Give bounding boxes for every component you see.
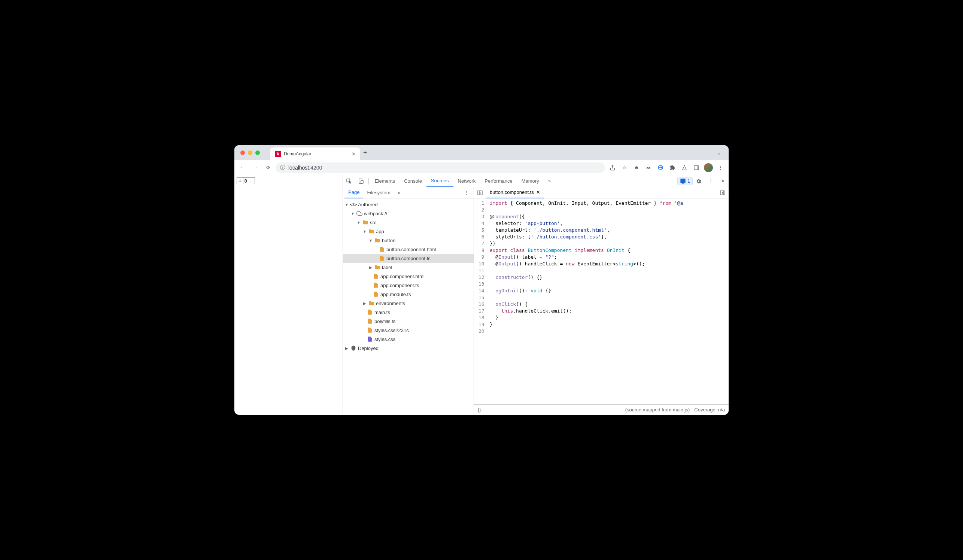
line-gutter: 1 2 3 4 5 6 7 8 9 10 11 12 13 14 15 16 1… (474, 198, 487, 404)
tree-file-styles-q[interactable]: styles.css?231c (343, 326, 473, 335)
window-close-button[interactable] (240, 151, 245, 155)
extension-globe-icon[interactable] (655, 162, 666, 173)
toolbar-icons: ☆ ☻ ⋮ (607, 162, 726, 173)
tree-label: app.component.html (380, 274, 425, 279)
url-input[interactable]: ⓘ localhost:4200 (276, 162, 605, 173)
subtab-filesystem[interactable]: Filesystem (363, 187, 394, 198)
tree-file-button-ts[interactable]: button.component.ts (343, 254, 473, 263)
devtools-panel: Elements Console Sources Network Perform… (343, 175, 729, 415)
tree-app[interactable]: ▼ app (343, 227, 473, 236)
editor-tab-button-ts[interactable]: button.component.ts ✕ (486, 187, 544, 198)
device-toolbar-icon[interactable] (355, 175, 367, 187)
editor-tab-close[interactable]: ✕ (536, 189, 540, 195)
source-map-link[interactable]: main.js (673, 407, 688, 413)
new-tab-button[interactable]: + (363, 149, 367, 157)
toggle-debugger-icon[interactable] (717, 187, 729, 199)
tab-elements[interactable]: Elements (370, 175, 399, 187)
devtools-menu-button[interactable]: ⋮ (705, 175, 717, 187)
code-icon: </> (350, 201, 357, 207)
tree-file-app-module[interactable]: app.module.ts (343, 290, 473, 299)
counter-value: 0 (243, 178, 248, 184)
tree-label: button (382, 238, 396, 243)
tab-sources[interactable]: Sources (426, 175, 454, 187)
tab-network[interactable]: Network (454, 175, 480, 187)
folder-icon (368, 228, 374, 234)
tabs-dropdown-button[interactable]: ⌄ (713, 150, 726, 156)
devtools-tab-bar: Elements Console Sources Network Perform… (343, 175, 729, 187)
reload-button[interactable]: ⟳ (263, 162, 273, 173)
tab-console[interactable]: Console (399, 175, 426, 187)
file-icon (367, 318, 373, 324)
subtab-page[interactable]: Page (344, 187, 363, 198)
browser-window: DemoAngular ✕ + ⌄ ← → ⟳ ⓘ localhost:4200… (234, 145, 729, 415)
back-button[interactable]: ← (237, 162, 248, 173)
tab-performance[interactable]: Performance (480, 175, 517, 187)
chevron-right-icon: ▶ (344, 346, 349, 350)
window-minimize-button[interactable] (248, 151, 252, 155)
chevron-right-icon: ▶ (362, 301, 367, 306)
extensions-icon[interactable] (667, 162, 678, 173)
devtools-close-button[interactable]: ✕ (717, 175, 729, 187)
tree-file-polyfills[interactable]: polyfills.ts (343, 317, 473, 326)
browser-menu-button[interactable]: ⋮ (715, 162, 726, 173)
tree-environments[interactable]: ▶ environments (343, 299, 473, 308)
code-editor[interactable]: 1 2 3 4 5 6 7 8 9 10 11 12 13 14 15 16 1… (474, 198, 729, 404)
folder-icon (362, 219, 368, 225)
tree-file-button-html[interactable]: button.component.html (343, 245, 473, 254)
angular-favicon (275, 151, 281, 157)
labs-icon[interactable] (679, 162, 690, 173)
share-icon[interactable] (607, 162, 618, 173)
side-panel-icon[interactable] (691, 162, 702, 173)
tab-close-button[interactable]: ✕ (352, 151, 356, 157)
folder-icon (374, 264, 380, 270)
inspect-element-icon[interactable] (343, 175, 355, 187)
chevron-right-icon: ▶ (368, 265, 373, 270)
tree-file-app-html[interactable]: app.component.html (343, 272, 473, 281)
tree-authored[interactable]: ▼ </> Authored (343, 200, 473, 209)
issues-badge[interactable]: 1 (677, 177, 693, 185)
format-button[interactable]: {} (478, 407, 481, 413)
coverage-info: Coverage: n/a (694, 407, 725, 413)
svg-point-0 (647, 167, 648, 169)
extension-incognito-icon[interactable] (643, 162, 654, 173)
chevron-down-icon: ▼ (362, 230, 367, 233)
bookmark-icon[interactable]: ☆ (619, 162, 630, 173)
profile-avatar[interactable] (703, 162, 713, 173)
tree-label: Deployed (358, 345, 379, 351)
file-icon (373, 273, 379, 279)
extension-skull-icon[interactable]: ☻ (631, 162, 642, 173)
subtabs-overflow[interactable]: » (394, 187, 404, 198)
counter-minus-button[interactable]: - (248, 178, 254, 184)
toggle-navigator-icon[interactable] (474, 187, 486, 199)
chevron-down-icon: ▼ (368, 238, 373, 243)
editor-panel: button.component.ts ✕ 1 2 3 4 5 6 7 8 9 … (474, 187, 729, 415)
tree-label: app (376, 229, 384, 234)
url-port: :4200 (309, 165, 322, 171)
tree-file-main[interactable]: main.ts (343, 308, 473, 317)
svg-point-1 (649, 167, 650, 169)
address-bar: ← → ⟳ ⓘ localhost:4200 ☆ ☻ (234, 160, 729, 175)
tabs-overflow-button[interactable]: » (544, 175, 555, 187)
info-icon: ⓘ (280, 164, 285, 171)
tree-deployed[interactable]: ▶ Deployed (343, 344, 473, 353)
sources-navigator: Page Filesystem » ⋮ ▼ </> Authored (343, 187, 474, 415)
tree-button-folder[interactable]: ▼ button (343, 236, 473, 245)
settings-icon[interactable] (693, 175, 705, 187)
tree-file-app-ts[interactable]: app.component.ts (343, 281, 473, 290)
counter-plus-button[interactable]: + (237, 178, 243, 184)
tree-src[interactable]: ▼ src (343, 218, 473, 227)
tree-webpack[interactable]: ▼ webpack:// (343, 209, 473, 218)
file-tree: ▼ </> Authored ▼ webpack:// ▼ (343, 198, 473, 415)
navigator-menu-button[interactable]: ⋮ (460, 187, 472, 199)
forward-button[interactable]: → (250, 162, 261, 173)
tab-memory[interactable]: Memory (517, 175, 544, 187)
folder-icon (374, 237, 380, 243)
editor-tabs: button.component.ts ✕ (474, 187, 729, 198)
browser-tab[interactable]: DemoAngular ✕ (270, 147, 360, 160)
editor-status-bar: {} (source mapped from main.js) Coverage… (474, 404, 729, 415)
window-maximize-button[interactable] (255, 151, 260, 155)
file-icon (367, 336, 373, 342)
tree-file-styles[interactable]: styles.css (343, 335, 473, 344)
url-host: localhost (288, 165, 309, 171)
tree-label-folder[interactable]: ▶ label (343, 263, 473, 272)
